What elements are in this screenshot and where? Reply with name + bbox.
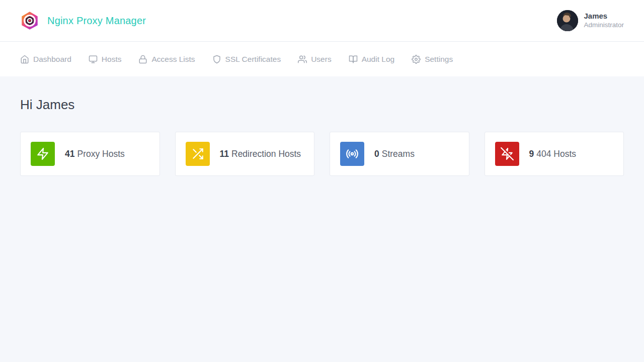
card-count: 0 [374, 149, 379, 159]
card-count: 41 [65, 149, 74, 159]
nginx-proxy-manager-logo-icon [20, 11, 39, 30]
card-count: 9 [529, 149, 534, 159]
nav-label: Hosts [102, 55, 122, 64]
nav-label: Access Lists [151, 55, 195, 64]
zap-off-icon [495, 142, 519, 166]
proxy-hosts-card[interactable]: 41Proxy Hosts [20, 132, 160, 176]
nav-label: Dashboard [33, 55, 71, 64]
dead-hosts-card[interactable]: 9404 Hosts [485, 132, 624, 176]
lock-icon [138, 55, 147, 64]
nav-item-dashboard[interactable]: Dashboard [20, 55, 71, 64]
shuffle-icon [186, 142, 210, 166]
nav-item-access-lists[interactable]: Access Lists [138, 55, 195, 64]
book-open-icon [349, 55, 358, 64]
dashboard-content: Hi James 41Proxy Hosts 11Redirection Hos… [20, 76, 624, 176]
card-text: 9404 Hosts [529, 149, 577, 159]
nav-item-hosts[interactable]: Hosts [89, 55, 122, 64]
user-menu[interactable]: James Administrator [557, 10, 624, 31]
nav-item-audit-log[interactable]: Audit Log [349, 55, 395, 64]
zap-icon [31, 142, 55, 166]
card-count: 11 [220, 149, 229, 159]
gear-icon [412, 55, 421, 64]
app-header: Nginx Proxy Manager James Administrator [0, 0, 644, 42]
card-label: 404 Hosts [536, 149, 576, 159]
main-nav: Dashboard Hosts Access Lists SSL Certifi… [0, 42, 644, 76]
nav-label: SSL Certificates [225, 55, 281, 64]
card-label: Redirection Hosts [231, 149, 301, 159]
nav-label: Users [311, 55, 331, 64]
nav-item-settings[interactable]: Settings [412, 55, 453, 64]
redirection-hosts-card[interactable]: 11Redirection Hosts [175, 132, 315, 176]
users-icon [298, 55, 307, 64]
nav-label: Audit Log [362, 55, 395, 64]
nav-item-users[interactable]: Users [298, 55, 331, 64]
home-icon [20, 55, 29, 64]
brand[interactable]: Nginx Proxy Manager [20, 11, 146, 30]
card-label: Proxy Hosts [77, 149, 124, 159]
card-label: Streams [382, 149, 415, 159]
card-text: 0Streams [374, 149, 415, 159]
nav-item-ssl-certificates[interactable]: SSL Certificates [212, 55, 281, 64]
shield-icon [212, 55, 221, 64]
user-name: James [584, 12, 624, 21]
card-text: 41Proxy Hosts [65, 149, 125, 159]
nav-label: Settings [425, 55, 453, 64]
card-text: 11Redirection Hosts [220, 149, 301, 159]
radio-icon [340, 142, 364, 166]
page-title: Hi James [20, 97, 624, 113]
monitor-icon [89, 55, 98, 64]
avatar [557, 10, 578, 31]
stat-cards: 41Proxy Hosts 11Redirection Hosts 0Strea… [20, 132, 624, 176]
streams-card[interactable]: 0Streams [330, 132, 469, 176]
user-role: Administrator [584, 21, 624, 30]
app-title: Nginx Proxy Manager [47, 15, 146, 27]
